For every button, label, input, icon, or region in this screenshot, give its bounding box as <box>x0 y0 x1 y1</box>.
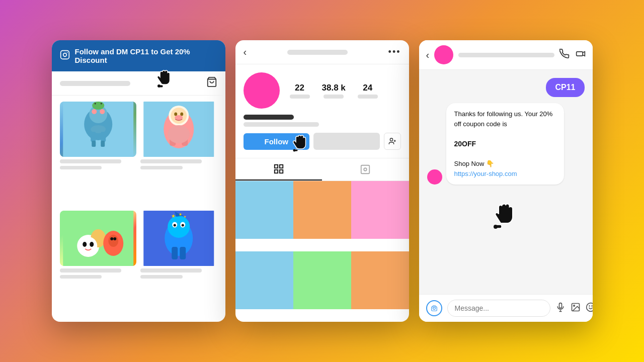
received-message-coupon: Thanks for following us. Your 20% off co… <box>427 103 585 185</box>
product-title-3 <box>60 268 121 273</box>
photo-grid <box>235 181 409 322</box>
svg-rect-14 <box>92 141 96 147</box>
coupon-code-text: 20OFF <box>454 140 476 148</box>
back-button[interactable]: ‹ <box>244 46 247 58</box>
promo-text: Follow and DM CP11 to Get 20% Discount <box>75 47 217 64</box>
product-price-3 <box>60 275 102 279</box>
tab-grid[interactable] <box>235 158 323 180</box>
cart-icon[interactable] <box>206 76 217 90</box>
svg-point-9 <box>92 109 97 114</box>
video-call-icon[interactable] <box>576 49 586 61</box>
svg-point-55 <box>390 138 392 141</box>
message-bubble-sent: CP11 <box>546 78 584 97</box>
photo-cell-1[interactable] <box>235 181 293 239</box>
more-options-button[interactable]: ••• <box>388 47 401 57</box>
svg-text:★: ★ <box>179 212 182 217</box>
svg-point-75 <box>586 303 592 312</box>
instagram-icon <box>60 50 70 62</box>
svg-point-32 <box>168 125 190 143</box>
svg-point-59 <box>293 149 295 152</box>
product-image-4: ★ ★ ★ <box>140 211 217 266</box>
photo-cell-6[interactable] <box>351 251 409 309</box>
svg-point-2 <box>66 52 67 53</box>
photo-cell-5[interactable] <box>293 251 351 309</box>
svg-rect-53 <box>172 247 178 259</box>
svg-point-20 <box>100 103 102 105</box>
message-input-actions <box>555 302 593 314</box>
product-price-2 <box>140 166 183 169</box>
svg-point-42 <box>113 237 116 240</box>
svg-rect-63 <box>280 170 283 173</box>
phone-2-instagram-profile: ‹ ••• 22 38.8 k 24 <box>235 40 409 322</box>
profile-name-area <box>244 115 319 127</box>
following-label <box>358 95 378 99</box>
shop-now-text: Shop Now 👇 <box>454 160 495 167</box>
tab-tagged[interactable] <box>322 158 409 180</box>
promo-banner: Follow and DM CP11 to Get 20% Discount <box>52 40 225 71</box>
posts-stat: 22 <box>290 83 310 99</box>
grid-item-2[interactable] <box>140 102 217 207</box>
svg-rect-70 <box>559 303 561 308</box>
followers-label <box>324 95 344 99</box>
svg-rect-60 <box>275 165 278 168</box>
dm-topbar: ‹ <box>419 40 593 70</box>
nav-logo-placeholder <box>60 81 130 86</box>
profile-topbar: ‹ ••• <box>235 40 409 64</box>
photo-cell-2[interactable] <box>293 181 351 239</box>
grid-item-4[interactable]: ★ ★ ★ <box>140 211 217 316</box>
svg-point-28 <box>180 113 183 116</box>
svg-rect-66 <box>576 52 583 56</box>
phone-3-dm-conversation: ‹ CP11 Thanks for f <box>419 40 593 322</box>
svg-rect-62 <box>275 170 278 173</box>
camera-button[interactable] <box>426 300 442 316</box>
mic-icon[interactable] <box>555 302 566 314</box>
svg-point-27 <box>174 113 177 116</box>
coupon-intro-text: Thanks for following us. Your 20% off co… <box>454 110 553 128</box>
display-name-placeholder <box>244 115 294 120</box>
message-input[interactable] <box>447 300 550 317</box>
svg-point-37 <box>79 237 97 255</box>
product-image-1 <box>60 102 137 157</box>
message-bubble-received: Thanks for following us. Your 20% off co… <box>446 103 565 185</box>
svg-rect-15 <box>101 141 105 147</box>
svg-point-45 <box>168 216 190 238</box>
message-input-bar <box>419 294 593 322</box>
image-icon[interactable] <box>571 302 581 314</box>
followers-count: 38.8 k <box>322 83 346 93</box>
back-button[interactable]: ‹ <box>426 49 430 61</box>
svg-point-10 <box>100 109 105 114</box>
bio-placeholder <box>244 122 319 127</box>
profile-section: 22 38.8 k 24 Follow <box>235 64 409 158</box>
add-person-button[interactable] <box>384 133 401 150</box>
posts-count: 22 <box>295 83 304 93</box>
grid-item-3[interactable] <box>60 211 137 316</box>
followers-stat: 38.8 k <box>322 83 346 99</box>
cursor-hand-dm-icon <box>427 196 585 232</box>
posts-label <box>290 95 310 99</box>
svg-point-39 <box>90 242 94 247</box>
photo-cell-3[interactable] <box>351 181 409 239</box>
product-image-2 <box>140 102 217 157</box>
svg-point-38 <box>83 242 87 247</box>
svg-rect-12 <box>91 132 96 142</box>
grid-item-1[interactable] <box>60 102 137 207</box>
cursor-hand-icon <box>152 64 178 96</box>
emoji-icon[interactable] <box>586 302 593 314</box>
svg-point-4 <box>157 84 160 87</box>
cursor-pointing-follow-icon <box>289 130 311 159</box>
photo-cell-4[interactable] <box>235 251 293 309</box>
action-buttons-row: Follow <box>244 133 401 150</box>
profile-info-row: 22 38.8 k 24 <box>244 72 401 109</box>
sender-avatar <box>427 169 442 185</box>
svg-point-65 <box>364 168 367 171</box>
shop-link[interactable]: https://your-shop.com <box>454 170 517 177</box>
svg-rect-61 <box>280 165 283 168</box>
svg-point-68 <box>494 225 498 229</box>
svg-rect-13 <box>101 132 106 142</box>
product-grid: ★ ★ ★ <box>52 96 225 322</box>
phone-call-icon[interactable] <box>559 49 570 61</box>
stats-row: 22 38.8 k 24 <box>290 83 378 99</box>
following-count: 24 <box>363 83 372 93</box>
product-price-1 <box>60 166 102 169</box>
product-price-4 <box>140 275 183 279</box>
